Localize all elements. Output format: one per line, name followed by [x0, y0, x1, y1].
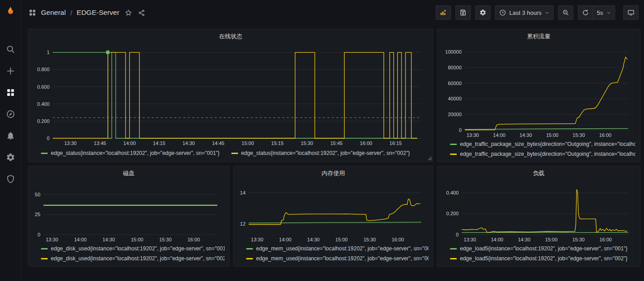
x-tick-label: 15:45 [330, 140, 343, 146]
sidebar-item-search[interactable] [0, 38, 21, 60]
legend-item[interactable]: edge_mem_used{instance="localhost:19202"… [246, 254, 428, 263]
sidebar-item-alerting[interactable] [0, 125, 21, 146]
x-tick-label: 16:00 [599, 132, 612, 138]
panel-title-memory[interactable]: 内存使用 [238, 168, 428, 179]
legend-label: edge_status{instance="localhost:19202", … [241, 150, 410, 156]
grafana-logo[interactable] [4, 4, 17, 18]
legend-swatch [41, 153, 48, 154]
sidebar-menu [0, 38, 21, 190]
star-icon[interactable] [125, 9, 132, 17]
x-tick-label: 14:00 [491, 237, 504, 242]
y-tick-label: 12 [240, 221, 245, 227]
chart-canvas[interactable]: 02000040000600008000010000013:3014:0014:… [442, 42, 635, 139]
save-icon [459, 9, 467, 16]
refresh-icon [582, 9, 589, 16]
breadcrumb-section[interactable]: General [41, 9, 66, 17]
cycle-view-button[interactable] [623, 5, 639, 20]
legend-item[interactable]: edge_mem_used{instance="localhost:19202"… [246, 244, 428, 254]
refresh-button[interactable] [578, 5, 593, 20]
series-line-0 [249, 222, 421, 223]
x-tick-label: 13:30 [467, 132, 479, 138]
x-tick-label: 15:00 [131, 237, 144, 242]
refresh-interval-picker[interactable]: 5s [593, 5, 615, 20]
x-tick-label: 14:30 [519, 132, 532, 138]
chart-canvas[interactable]: 00.2000.40013:3014:0014:3015:0015:3016:0… [442, 179, 635, 244]
panel-traffic: 累积流量02000040000600008000010000013:3014:0… [437, 29, 640, 162]
legend-item[interactable]: edge_status{instance="localhost:19202", … [41, 150, 220, 156]
chart-disk: 0255013:3014:0014:3015:0015:3016:00 [33, 179, 225, 244]
apps-grid-icon [28, 9, 36, 17]
dashboard-row-2: 磁盘0255013:3014:0014:3015:0015:3016:00edg… [28, 166, 640, 267]
dashboard: 在线状态00.2000.4000.6000.800113:3013:4514:0… [21, 25, 644, 281]
annotation-marker[interactable] [106, 50, 110, 54]
zoom-out-icon [562, 9, 569, 16]
apps-icon [6, 88, 15, 97]
x-tick-label: 14:15 [153, 140, 166, 146]
share-icon[interactable] [138, 9, 145, 17]
panel-title-disk[interactable]: 磁盘 [33, 168, 225, 179]
panel-title-online-status[interactable]: 在线状态 [33, 31, 428, 42]
sidebar-item-create[interactable] [0, 60, 21, 82]
time-range-picker-label: Last 3 hours [509, 9, 542, 16]
legend-swatch [450, 154, 457, 155]
x-tick-label: 14:30 [307, 237, 320, 242]
breadcrumb-title[interactable]: EDGE-Server [77, 9, 119, 17]
legend-swatch [246, 248, 253, 249]
legend-item[interactable]: edge_load5{instance="localhost:19202", j… [450, 254, 635, 263]
sidebar-item-dashboards[interactable] [0, 82, 21, 103]
save-dashboard-button[interactable] [455, 5, 471, 20]
x-tick-label: 16:00 [599, 237, 612, 242]
y-tick-label: 20000 [448, 112, 462, 117]
legend-label: edge_load5{instance="localhost:19202", j… [460, 255, 627, 262]
zoom-out-button[interactable] [558, 5, 573, 20]
chart-traffic: 02000040000600008000010000013:3014:0014:… [442, 42, 635, 139]
top-navigation: General / EDGE-Server Last 3 hours5s [21, 0, 644, 25]
y-tick-label: 0 [37, 232, 40, 237]
dashboard-settings-button[interactable] [475, 5, 491, 20]
add-panel-button[interactable] [436, 5, 451, 20]
time-range-picker[interactable]: Last 3 hours [495, 5, 554, 20]
x-tick-label: 15:00 [546, 132, 558, 138]
chart-canvas[interactable]: 00.2000.4000.6000.800113:3013:4514:0014:… [33, 42, 428, 147]
x-tick-label: 14:30 [182, 140, 195, 146]
legend-label: edge_status{instance="localhost:19202", … [51, 150, 220, 156]
gear-icon [6, 153, 15, 162]
legend-item[interactable]: edge_load5{instance="localhost:19202", j… [450, 244, 635, 254]
legend-item[interactable]: edge_traffic_package_size_bytes{directio… [450, 139, 635, 149]
gear-icon [479, 9, 486, 16]
panel-title-load[interactable]: 负载 [442, 168, 635, 179]
legend-item[interactable]: edge_disk_used{instance="localhost:19202… [41, 244, 225, 254]
y-tick-label: 1 [47, 50, 50, 55]
sidebar-item-configuration[interactable] [0, 146, 21, 168]
legend-memory: edge_mem_used{instance="localhost:19202"… [238, 244, 428, 263]
legend-swatch [450, 144, 457, 145]
legend-item[interactable]: edge_disk_used{instance="localhost:19202… [41, 254, 225, 263]
legend-label: edge_disk_used{instance="localhost:19202… [51, 245, 225, 252]
chart-canvas[interactable]: 121413:3014:0014:3015:0015:3016:00 [238, 179, 428, 244]
chart-canvas[interactable]: 0255013:3014:0014:3015:0015:3016:00 [33, 179, 225, 244]
legend-disk: edge_disk_used{instance="localhost:19202… [33, 244, 225, 263]
panel-online-status: 在线状态00.2000.4000.6000.800113:3013:4514:0… [28, 29, 433, 162]
breadcrumb-separator: / [70, 9, 72, 17]
y-tick-label: 14 [240, 190, 245, 195]
y-tick-label: 50 [35, 192, 40, 197]
legend-item[interactable]: edge_traffic_package_size_bytes{directio… [450, 149, 635, 159]
legend-label: edge_traffic_package_size_bytes{directio… [460, 151, 635, 157]
bell-icon [6, 131, 15, 140]
x-tick-label: 13:30 [46, 237, 59, 242]
shield-icon [6, 174, 15, 184]
dashboard-row-1: 在线状态00.2000.4000.6000.800113:3013:4514:0… [28, 29, 640, 162]
sidebar-item-server-admin[interactable] [0, 168, 21, 190]
search-icon [6, 45, 15, 54]
panel-title-traffic[interactable]: 累积流量 [442, 31, 635, 42]
legend-online-status: edge_status{instance="localhost:19202", … [33, 147, 428, 159]
sidebar-item-explore[interactable] [0, 103, 21, 125]
legend-swatch [450, 248, 457, 249]
series-line-0 [53, 52, 417, 138]
caret-down-icon [545, 10, 549, 15]
y-tick-label: 0.200 [37, 118, 50, 124]
x-tick-label: 15:00 [242, 140, 254, 146]
x-tick-label: 15:00 [335, 237, 348, 242]
x-tick-label: 15:30 [364, 237, 376, 242]
legend-item[interactable]: edge_status{instance="localhost:19202", … [231, 150, 410, 156]
